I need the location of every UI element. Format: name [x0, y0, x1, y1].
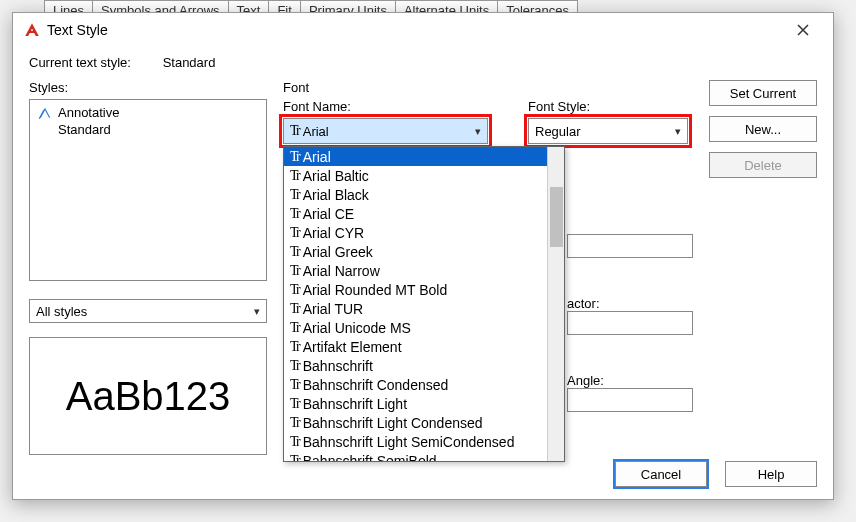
close-button[interactable]: [783, 15, 823, 45]
font-dropdown-item[interactable]: TrBahnschrift SemiBold: [284, 451, 547, 462]
cancel-button[interactable]: Cancel: [615, 461, 707, 487]
oblique-angle-label-fragment: Angle:: [567, 373, 693, 388]
font-name-dropdown[interactable]: TrArialTrArial BalticTrArial BlackTrAria…: [283, 146, 565, 462]
styles-filter-select[interactable]: All styles ▾: [29, 299, 267, 323]
annotative-icon: [38, 106, 52, 120]
truetype-icon: Tr: [290, 415, 299, 431]
font-style-combo[interactable]: Regular ▾: [528, 118, 688, 144]
font-style-value: Regular: [535, 124, 581, 139]
font-dropdown-item[interactable]: TrArial Narrow: [284, 261, 547, 280]
font-dropdown-item-label: Bahnschrift SemiBold: [303, 453, 437, 463]
style-item-standard[interactable]: Standard: [36, 121, 260, 138]
truetype-icon: Tr: [290, 187, 299, 203]
font-dropdown-item[interactable]: TrArial Rounded MT Bold: [284, 280, 547, 299]
font-dropdown-item-label: Arial Unicode MS: [303, 320, 411, 336]
truetype-icon: Tr: [290, 358, 299, 374]
font-dropdown-item[interactable]: TrArial CE: [284, 204, 547, 223]
oblique-angle-input[interactable]: [567, 388, 693, 412]
font-dropdown-item[interactable]: TrArial Unicode MS: [284, 318, 547, 337]
font-dropdown-item[interactable]: TrBahnschrift Condensed: [284, 375, 547, 394]
font-dropdown-item-label: Bahnschrift Light SemiCondensed: [303, 434, 515, 450]
font-style-label: Font Style:: [528, 99, 688, 114]
truetype-icon: Tr: [290, 206, 299, 222]
current-style-label: Current text style:: [29, 55, 159, 70]
font-dropdown-item-label: Artifakt Element: [303, 339, 402, 355]
font-dropdown-item-label: Arial: [303, 149, 331, 165]
close-icon: [797, 24, 809, 36]
font-section-label: Font: [283, 80, 693, 95]
font-name-label: Font Name:: [283, 99, 488, 114]
height-input[interactable]: [567, 234, 693, 258]
truetype-icon: Tr: [290, 339, 299, 355]
width-factor-label-fragment: actor:: [567, 296, 693, 311]
truetype-icon: Tr: [290, 282, 299, 298]
truetype-icon: Tr: [290, 396, 299, 412]
font-dropdown-item-label: Bahnschrift: [303, 358, 373, 374]
width-factor-input[interactable]: [567, 311, 693, 335]
titlebar: Text Style: [13, 13, 833, 47]
new-button[interactable]: New...: [709, 116, 817, 142]
help-button[interactable]: Help: [725, 461, 817, 487]
truetype-icon: Tr: [290, 123, 299, 139]
font-name-value: Arial: [303, 124, 329, 139]
font-dropdown-item-label: Bahnschrift Light Condensed: [303, 415, 483, 431]
font-dropdown-item[interactable]: TrArial Black: [284, 185, 547, 204]
font-dropdown-item-label: Arial Greek: [303, 244, 373, 260]
font-dropdown-item[interactable]: TrArial TUR: [284, 299, 547, 318]
chevron-down-icon: ▾: [675, 125, 681, 138]
font-dropdown-item-label: Arial CE: [303, 206, 354, 222]
font-dropdown-item[interactable]: TrBahnschrift Light: [284, 394, 547, 413]
styles-label: Styles:: [29, 80, 267, 95]
font-dropdown-item-label: Arial TUR: [303, 301, 363, 317]
font-dropdown-item-label: Arial Narrow: [303, 263, 380, 279]
text-style-dialog: Text Style Current text style: Standard …: [12, 12, 834, 500]
truetype-icon: Tr: [290, 149, 299, 165]
font-dropdown-item[interactable]: TrBahnschrift: [284, 356, 547, 375]
style-item-annotative[interactable]: Annotative: [36, 104, 260, 121]
truetype-icon: Tr: [290, 168, 299, 184]
delete-button: Delete: [709, 152, 817, 178]
preview-box: AaBb123: [29, 337, 267, 455]
font-dropdown-item[interactable]: TrArial: [284, 147, 547, 166]
dropdown-scrollbar[interactable]: [547, 147, 564, 462]
font-dropdown-item-label: Bahnschrift Condensed: [303, 377, 449, 393]
font-dropdown-item[interactable]: TrArial CYR: [284, 223, 547, 242]
filter-value: All styles: [36, 304, 87, 319]
dialog-title: Text Style: [47, 22, 783, 38]
preview-text: AaBb123: [66, 374, 231, 419]
font-dropdown-item[interactable]: TrArial Greek: [284, 242, 547, 261]
truetype-icon: Tr: [290, 320, 299, 336]
autocad-icon: [23, 21, 41, 39]
font-dropdown-item-label: Arial CYR: [303, 225, 364, 241]
chevron-down-icon: ▾: [254, 305, 260, 318]
font-dropdown-item-label: Arial Black: [303, 187, 369, 203]
font-dropdown-item-label: Bahnschrift Light: [303, 396, 407, 412]
font-dropdown-item-label: Arial Rounded MT Bold: [303, 282, 447, 298]
truetype-icon: Tr: [290, 301, 299, 317]
current-style-value: Standard: [163, 55, 216, 70]
truetype-icon: Tr: [290, 263, 299, 279]
truetype-icon: Tr: [290, 225, 299, 241]
set-current-button[interactable]: Set Current: [709, 80, 817, 106]
style-item-label: Annotative: [58, 105, 119, 120]
truetype-icon: Tr: [290, 453, 299, 463]
truetype-icon: Tr: [290, 434, 299, 450]
font-name-combo[interactable]: Tr Arial ▾ TrArialTrArial BalticTrArial …: [283, 118, 488, 144]
truetype-icon: Tr: [290, 244, 299, 260]
font-dropdown-item[interactable]: TrBahnschrift Light Condensed: [284, 413, 547, 432]
font-dropdown-item[interactable]: TrArial Baltic: [284, 166, 547, 185]
chevron-down-icon: ▾: [475, 125, 481, 138]
font-dropdown-item[interactable]: TrBahnschrift Light SemiCondensed: [284, 432, 547, 451]
styles-listbox[interactable]: Annotative Standard: [29, 99, 267, 281]
style-item-label: Standard: [58, 122, 111, 137]
truetype-icon: Tr: [290, 377, 299, 393]
scrollbar-thumb[interactable]: [550, 187, 563, 247]
font-dropdown-item[interactable]: TrArtifakt Element: [284, 337, 547, 356]
current-style-row: Current text style: Standard: [29, 55, 817, 70]
font-dropdown-item-label: Arial Baltic: [303, 168, 369, 184]
